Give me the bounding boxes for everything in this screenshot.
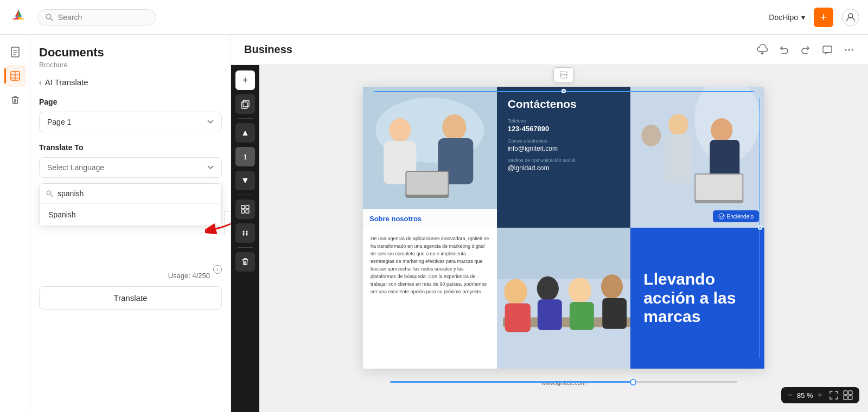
phone-value: 123-4567890 <box>508 125 620 133</box>
panel-office-people-2: Enciéndelo <box>630 87 764 228</box>
more-options-icon[interactable] <box>843 44 855 56</box>
svg-point-45 <box>711 118 733 142</box>
contact-title: Contáctenos <box>508 98 620 111</box>
svg-rect-24 <box>246 210 249 213</box>
page-select[interactable]: Page 1 <box>39 112 222 132</box>
svg-rect-64 <box>844 396 847 400</box>
canvas-actions <box>756 44 855 56</box>
svg-rect-4 <box>11 47 19 57</box>
back-to-ai-translate[interactable]: ‹ AI Translate <box>39 78 222 87</box>
redo-icon[interactable] <box>800 44 812 56</box>
sidebar-title: Documents <box>39 46 222 60</box>
svg-rect-55 <box>505 303 530 332</box>
zoom-out-button[interactable]: − <box>788 390 793 400</box>
svg-point-12 <box>47 191 50 195</box>
tool-divider-3 <box>238 247 253 248</box>
svg-point-56 <box>537 276 558 301</box>
svg-rect-44 <box>665 134 692 183</box>
cloud-save-icon[interactable] <box>756 44 768 56</box>
svg-point-28 <box>246 234 248 236</box>
chevron-down-icon: ▾ <box>801 13 805 22</box>
svg-rect-57 <box>538 299 562 330</box>
social-value: @ignidad.com <box>508 164 620 172</box>
topbar: DocHipo ▾ + <box>0 0 868 35</box>
sidebar-item-trash[interactable] <box>4 89 26 111</box>
search-lang-icon <box>46 190 53 197</box>
main-layout: Documents Brochure ‹ AI Translate Page P… <box>0 35 868 412</box>
svg-point-47 <box>642 125 661 146</box>
sidebar-panel: Documents Brochure ‹ AI Translate Page P… <box>30 35 231 412</box>
info-icon[interactable]: i <box>213 265 222 274</box>
new-document-button[interactable]: + <box>814 8 833 27</box>
svg-rect-22 <box>246 205 249 209</box>
svg-rect-23 <box>241 210 245 213</box>
svg-rect-65 <box>848 396 852 400</box>
svg-rect-21 <box>241 205 245 209</box>
svg-rect-49 <box>696 175 743 200</box>
svg-point-30 <box>246 233 248 234</box>
copy-tool-button[interactable] <box>235 94 255 114</box>
svg-line-13 <box>50 195 53 197</box>
search-input[interactable] <box>58 13 134 22</box>
language-search-dropdown: Spanish <box>39 183 222 226</box>
sidebar-subtitle: Brochure <box>39 61 222 69</box>
svg-rect-63 <box>848 391 852 395</box>
language-select[interactable]: Select Language Spanish <box>39 157 222 178</box>
grid-view-button[interactable] <box>235 199 255 219</box>
sidebar-item-document[interactable] <box>4 41 26 63</box>
usage-label: Usage: 4/250 <box>168 272 210 280</box>
svg-point-60 <box>601 274 623 299</box>
document-canvas: Sobre nosotros Contáctenos Teléfono 123-… <box>259 65 868 412</box>
icon-bar <box>0 35 30 412</box>
comment-icon[interactable] <box>821 44 833 56</box>
logo[interactable] <box>9 7 28 28</box>
svg-point-35 <box>389 118 411 142</box>
panel-cta: Llevando acción a las marcas <box>630 228 764 369</box>
phone-label: Teléfono <box>508 118 620 124</box>
svg-rect-20 <box>243 100 249 107</box>
canvas-area: Business <box>231 35 868 412</box>
cta-text: Llevando acción a las marcas <box>643 270 751 326</box>
search-bar[interactable] <box>37 9 156 25</box>
dochipo-menu[interactable]: DocHipo ▾ <box>769 13 805 22</box>
zoom-level: 85 % <box>797 391 813 400</box>
language-search-input[interactable] <box>58 189 215 198</box>
zoom-in-button[interactable]: + <box>818 390 822 400</box>
sobre-nosotros-label: Sobre nosotros <box>363 209 497 228</box>
topbar-right: DocHipo ▾ + <box>769 8 859 27</box>
brochure-footer: www.igniteit.com <box>363 379 764 386</box>
svg-point-50 <box>719 214 724 219</box>
scroll-up-button[interactable]: ▲ <box>235 123 255 143</box>
email-label: Correo electrónico <box>508 138 620 144</box>
undo-icon[interactable] <box>778 44 790 56</box>
svg-point-18 <box>852 49 853 50</box>
panel-team-photo <box>497 228 631 369</box>
panel-about-text: De una agencia de aplicaciones innovador… <box>363 228 497 369</box>
fit-page-icon[interactable] <box>829 390 839 400</box>
grid-view-icon[interactable] <box>843 390 853 400</box>
panel-office-people: Sobre nosotros <box>363 87 497 228</box>
brochure: Sobre nosotros Contáctenos Teléfono 123-… <box>363 87 764 369</box>
scroll-down-button[interactable]: ▼ <box>235 171 255 190</box>
svg-point-26 <box>246 231 248 233</box>
svg-rect-62 <box>844 391 847 395</box>
translate-button[interactable]: Translate <box>39 286 222 310</box>
svg-point-25 <box>243 231 245 233</box>
canvas-tools: + ▲ 1 ▼ <box>231 65 259 412</box>
panel-contact: Contáctenos Teléfono 123-4567890 Correo … <box>497 87 631 228</box>
svg-point-16 <box>845 49 847 50</box>
svg-line-2 <box>50 18 53 21</box>
delete-page-button[interactable] <box>235 252 255 272</box>
tool-divider-1 <box>238 118 253 119</box>
user-avatar[interactable] <box>842 9 859 26</box>
footer-url: www.igniteit.com <box>541 379 586 386</box>
dots-tool-button[interactable] <box>235 223 255 243</box>
back-label: AI Translate <box>45 78 88 87</box>
zoom-bar: − 85 % + <box>781 387 859 403</box>
enciendelo-badge: Enciéndelo <box>713 210 759 222</box>
email-value: info@igniteit.com <box>508 145 620 152</box>
spanish-option[interactable]: Spanish <box>40 204 221 226</box>
add-element-button[interactable]: + <box>235 70 255 90</box>
sidebar-item-translate[interactable] <box>4 65 26 87</box>
tool-divider-2 <box>238 195 253 195</box>
